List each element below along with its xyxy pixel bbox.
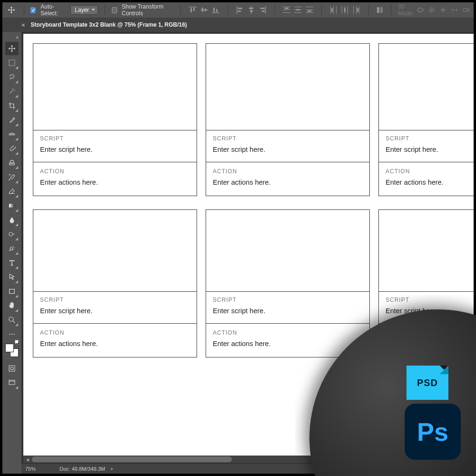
frame-image-area — [33, 210, 197, 292]
distribute-hcenter-icon[interactable] — [340, 5, 350, 15]
svg-rect-3 — [200, 10, 208, 10]
script-text: Enter script here. — [40, 307, 190, 315]
storyboard-frame: SCRIPT Enter script here. ACTION Enter a… — [206, 209, 370, 357]
align-right-icon[interactable] — [258, 5, 268, 15]
blur-tool-icon[interactable] — [5, 213, 19, 227]
color-swatches[interactable] — [5, 344, 19, 357]
svg-rect-11 — [238, 10, 241, 12]
distribute-right-icon[interactable] — [351, 5, 362, 15]
action-text: Enter actions here. — [40, 178, 190, 186]
script-text: Enter script here. — [40, 146, 190, 153]
svg-rect-10 — [238, 8, 242, 9]
distribute-left-icon[interactable] — [328, 5, 339, 15]
pen-tool-icon[interactable] — [5, 242, 19, 255]
svg-point-56 — [13, 334, 14, 335]
align-bottom-icon[interactable] — [210, 5, 221, 15]
foreground-color-swatch[interactable] — [5, 344, 14, 352]
show-transform-label: Show Transform Controls — [122, 3, 174, 17]
lasso-tool-icon[interactable] — [5, 70, 19, 84]
distribute-top-icon[interactable] — [281, 5, 292, 15]
script-text: Enter script here. — [386, 307, 467, 315]
threed-mode-group: 3D Mode: — [398, 3, 470, 17]
roll-icon[interactable] — [428, 6, 436, 14]
frame-image-area — [206, 210, 369, 292]
clone-stamp-tool-icon[interactable] — [5, 156, 19, 169]
svg-rect-16 — [260, 8, 265, 9]
orbit-icon[interactable] — [416, 6, 424, 14]
auto-align-icon[interactable] — [376, 5, 384, 15]
document-tab-title[interactable]: Storyboard Template 3x2 Blank @ 75% (Fra… — [31, 21, 187, 28]
tools-panel: » — [2, 32, 21, 474]
svg-rect-9 — [237, 6, 238, 14]
scroll-left-icon[interactable]: ◄ — [25, 457, 30, 462]
action-label: ACTION — [386, 168, 467, 175]
edit-toolbar-icon[interactable] — [5, 327, 19, 341]
distribute-vcenter-icon[interactable] — [293, 5, 303, 15]
distribute-bottom-icon[interactable] — [304, 5, 315, 15]
dodge-tool-icon[interactable] — [5, 228, 19, 241]
status-menu-icon[interactable]: ▸ — [111, 466, 114, 472]
svg-rect-28 — [306, 12, 313, 13]
rectangle-tool-icon[interactable] — [5, 285, 19, 298]
svg-rect-38 — [353, 6, 354, 14]
quick-mask-icon[interactable] — [5, 362, 19, 375]
horizontal-scrollbar[interactable]: ◄ ► — [23, 456, 474, 463]
magic-wand-tool-icon[interactable] — [5, 85, 19, 98]
align-hcenter-icon[interactable] — [246, 5, 257, 15]
svg-rect-30 — [330, 6, 331, 14]
screen-mode-icon[interactable] — [5, 376, 19, 389]
svg-rect-34 — [342, 6, 342, 14]
auto-select-target-dropdown[interactable]: Layer — [70, 5, 98, 15]
svg-rect-2 — [193, 8, 195, 11]
svg-rect-6 — [212, 12, 219, 13]
crop-tool-icon[interactable] — [5, 99, 19, 112]
frame-image-area — [379, 210, 474, 292]
gradient-tool-icon[interactable] — [5, 199, 19, 212]
action-text: Enter actions here. — [213, 340, 363, 347]
storyboard-frame: SCRIPT Enter script here. ACTION Enter a… — [33, 209, 197, 357]
pan-icon[interactable] — [439, 6, 447, 14]
path-selection-tool-icon[interactable] — [5, 270, 19, 284]
eyedropper-tool-icon[interactable] — [5, 113, 19, 127]
scroll-right-icon[interactable]: ► — [467, 457, 472, 462]
camera-icon[interactable] — [462, 6, 470, 14]
status-bar: 75% Doc: 49.8M/349.3M ▸ — [21, 463, 474, 474]
align-vcenter-icon[interactable] — [199, 5, 209, 15]
action-label: ACTION — [213, 168, 363, 175]
svg-rect-31 — [333, 6, 334, 14]
svg-rect-33 — [331, 8, 333, 12]
svg-rect-40 — [359, 6, 359, 14]
slide-icon[interactable] — [451, 6, 458, 14]
svg-rect-39 — [356, 6, 357, 14]
frame-image-area — [379, 44, 474, 130]
svg-rect-15 — [265, 6, 266, 14]
svg-rect-20 — [283, 12, 290, 13]
type-tool-icon[interactable] — [5, 256, 19, 269]
svg-rect-22 — [294, 7, 302, 7]
auto-select-checkbox[interactable] — [30, 7, 36, 13]
align-left-icon[interactable] — [235, 5, 245, 15]
brush-tool-icon[interactable] — [5, 142, 19, 155]
scrollbar-thumb[interactable] — [32, 456, 232, 462]
script-label: SCRIPT — [40, 135, 190, 142]
align-top-icon[interactable] — [188, 5, 198, 15]
show-transform-checkbox[interactable] — [112, 7, 117, 13]
move-tool-icon[interactable] — [5, 42, 19, 55]
eraser-tool-icon[interactable] — [5, 185, 19, 198]
storyboard-frame: SCRIPT Enter script here. ACTION Enter a… — [378, 43, 474, 196]
svg-rect-13 — [249, 8, 253, 9]
zoom-tool-icon[interactable] — [5, 313, 19, 327]
svg-rect-37 — [344, 8, 346, 12]
default-colors-icon[interactable] — [15, 340, 20, 345]
tab-close-icon[interactable]: × — [21, 21, 25, 29]
history-brush-tool-icon[interactable] — [5, 170, 19, 184]
healing-brush-tool-icon[interactable] — [5, 128, 19, 141]
photoshop-logo-icon: Ps — [405, 404, 461, 460]
frame-image-area — [33, 44, 197, 130]
ps-logo-text: Ps — [417, 417, 448, 446]
hand-tool-icon[interactable] — [5, 299, 19, 312]
marquee-tool-icon[interactable] — [5, 56, 19, 69]
expand-toolbar-icon[interactable]: » — [16, 35, 21, 40]
zoom-level[interactable]: 75% — [25, 466, 54, 472]
action-label: ACTION — [40, 168, 190, 175]
